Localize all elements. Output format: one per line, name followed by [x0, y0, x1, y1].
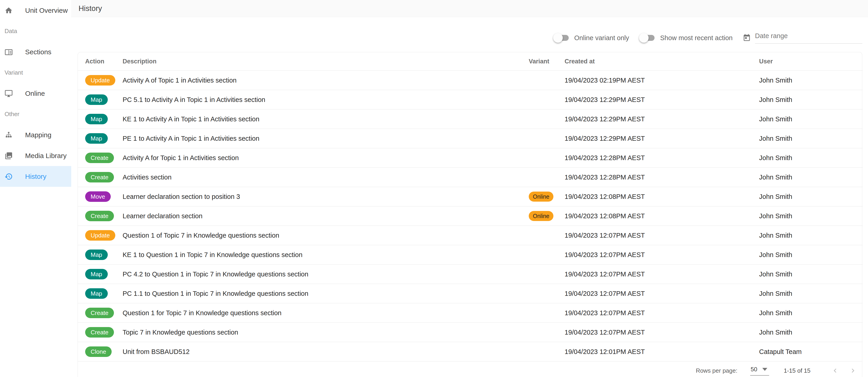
monitor-icon	[5, 90, 13, 98]
row-variant	[529, 109, 565, 129]
row-created-at: 19/04/2023 12:08PM AEST	[565, 187, 759, 206]
row-variant	[529, 129, 565, 148]
row-created-at: 19/04/2023 12:29PM AEST	[565, 129, 759, 148]
action-badge: Create	[85, 211, 114, 221]
rows-per-page-select[interactable]: 50	[750, 366, 769, 376]
action-badge: Create	[85, 152, 114, 163]
variant-chip: Online	[529, 211, 553, 221]
row-user: John Smith	[759, 323, 863, 342]
row-user: John Smith	[759, 284, 863, 303]
most-recent-toggle-label: Show most recent action	[660, 34, 733, 42]
calendar-icon[interactable]	[743, 34, 751, 42]
chevron-left-icon	[831, 367, 839, 375]
main-content: History Online variant only Show most re…	[71, 0, 868, 377]
action-badge: Create	[85, 327, 114, 338]
table-row: MapPC 1.1 to Question 1 in Topic 7 in Kn…	[78, 284, 863, 303]
pagination-range: 1-15 of 15	[784, 367, 810, 374]
table-row: CreateActivities section19/04/2023 12:28…	[78, 168, 863, 187]
row-description: PC 1.1 to Question 1 in Topic 7 in Knowl…	[123, 284, 529, 303]
toggle-thumb	[553, 33, 563, 43]
action-badge: Update	[85, 75, 115, 85]
row-user: John Smith	[759, 168, 863, 187]
sidebar-item-mapping[interactable]: Mapping	[0, 125, 71, 145]
most-recent-filter: Show most recent action	[639, 34, 733, 42]
action-badge: Clone	[85, 346, 112, 357]
sitemap-icon	[5, 131, 13, 139]
row-created-at: 19/04/2023 12:07PM AEST	[565, 265, 759, 284]
rows-per-page-value: 50	[751, 366, 757, 373]
row-description: Learner declaration section	[123, 206, 529, 226]
row-variant	[529, 226, 565, 245]
row-created-at: 19/04/2023 12:07PM AEST	[565, 284, 759, 303]
row-description: KE 1 to Question 1 in Topic 7 in Knowled…	[123, 245, 529, 265]
dropdown-caret-icon	[762, 368, 767, 371]
row-variant	[529, 90, 565, 109]
row-user: Catapult Team	[759, 342, 863, 362]
row-description: PC 5.1 to Activity A in Topic 1 in Activ…	[123, 90, 529, 109]
sidebar-item-media-library[interactable]: Media Library	[0, 145, 71, 166]
row-created-at: 19/04/2023 12:29PM AEST	[565, 109, 759, 129]
action-badge: Create	[85, 172, 114, 182]
sidebar-item-unit-overview[interactable]: Unit Overview	[0, 0, 71, 21]
row-created-at: 19/04/2023 12:07PM AEST	[565, 303, 759, 323]
table-row: MapPE 1 to Activity A in Topic 1 in Acti…	[78, 129, 863, 148]
table-row: CreateQuestion 1 for Topic 7 in Knowledg…	[78, 303, 863, 323]
previous-page-button[interactable]	[830, 365, 841, 376]
sidebar-item-sections[interactable]: Sections	[0, 41, 71, 62]
home-icon	[5, 6, 13, 14]
action-badge: Map	[85, 133, 108, 144]
row-variant	[529, 284, 565, 303]
table-header-row: Action Description Variant Created at Us…	[78, 52, 863, 71]
row-description: Activity A for Topic 1 in Activities sec…	[123, 148, 529, 168]
toggle-thumb	[639, 33, 649, 43]
online-variant-toggle-label: Online variant only	[574, 34, 629, 42]
row-description: PC 4.2 to Question 1 in Topic 7 in Knowl…	[123, 265, 529, 284]
sidebar-item-label: Media Library	[25, 152, 67, 160]
date-range-input[interactable]	[755, 32, 862, 43]
row-variant	[529, 168, 565, 187]
table-row: CreateLearner declaration sectionOnline1…	[78, 206, 863, 226]
variant-chip: Online	[529, 192, 553, 202]
table-row: MapPC 5.1 to Activity A in Topic 1 in Ac…	[78, 90, 863, 109]
table-row: MapKE 1 to Question 1 in Topic 7 in Know…	[78, 245, 863, 265]
sidebar: Unit OverviewDataSectionsVariantOnlineOt…	[0, 0, 71, 377]
date-range-filter	[743, 32, 862, 43]
table-row: CreateActivity A for Topic 1 in Activiti…	[78, 148, 863, 168]
row-description: Learner declaration section to position …	[123, 187, 529, 206]
table-row: CloneUnit from BSBAUD51219/04/2023 12:01…	[78, 342, 863, 362]
row-variant	[529, 265, 565, 284]
table-row: MoveLearner declaration section to posit…	[78, 187, 863, 206]
row-user: John Smith	[759, 148, 863, 168]
sidebar-item-history[interactable]: History	[0, 166, 71, 187]
column-header-variant: Variant	[529, 52, 565, 71]
table-row: UpdateActivity A of Topic 1 in Activitie…	[78, 71, 863, 90]
action-badge: Map	[85, 95, 108, 105]
next-page-button[interactable]	[847, 365, 859, 376]
online-variant-toggle[interactable]	[555, 35, 569, 41]
row-description: Question 1 of Topic 7 in Knowledge quest…	[123, 226, 529, 245]
action-badge: Create	[85, 308, 114, 318]
row-description: Unit from BSBAUD512	[123, 342, 529, 362]
table-row: MapPC 4.2 to Question 1 in Topic 7 in Kn…	[78, 265, 863, 284]
sidebar-item-label: Online	[25, 90, 45, 97]
sections-icon	[5, 48, 13, 56]
row-description: PE 1 to Activity A in Topic 1 in Activit…	[123, 129, 529, 148]
sidebar-item-online[interactable]: Online	[0, 83, 71, 104]
column-header-user: User	[759, 52, 863, 71]
action-badge: Map	[85, 114, 108, 124]
row-user: John Smith	[759, 129, 863, 148]
row-created-at: 19/04/2023 12:07PM AEST	[565, 245, 759, 265]
column-header-created-at: Created at	[565, 52, 759, 71]
row-created-at: 19/04/2023 12:29PM AEST	[565, 90, 759, 109]
row-variant	[529, 148, 565, 168]
row-user: John Smith	[759, 265, 863, 284]
column-header-action: Action	[78, 52, 123, 71]
row-variant: Online	[529, 206, 565, 226]
row-description: Question 1 for Topic 7 in Knowledge ques…	[123, 303, 529, 323]
media-library-icon	[5, 152, 13, 160]
row-created-at: 19/04/2023 12:08PM AEST	[565, 206, 759, 226]
most-recent-toggle[interactable]	[641, 35, 655, 41]
row-user: John Smith	[759, 71, 863, 90]
history-table-card: Action Description Variant Created at Us…	[78, 52, 862, 377]
row-user: John Smith	[759, 187, 863, 206]
